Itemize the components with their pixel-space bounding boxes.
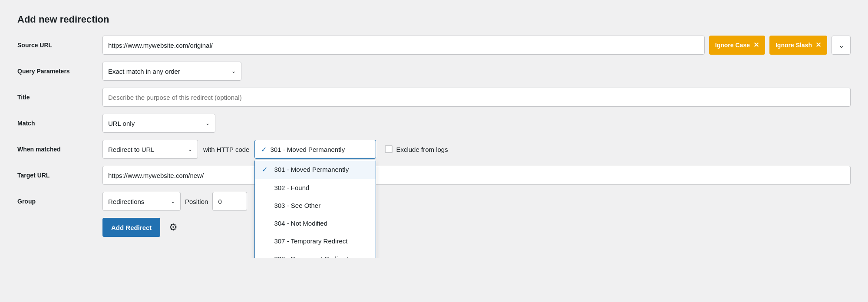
position-input[interactable] [212, 192, 247, 211]
when-matched-selected: Redirect to URL [108, 146, 155, 153]
group-row: Group Redirections ⌄ Position [17, 192, 851, 211]
option-label-307: 307 - Temporary Redirect [274, 237, 347, 245]
source-url-input[interactable] [102, 36, 705, 55]
gear-icon: ⚙ [169, 222, 178, 233]
query-parameters-select[interactable]: Exact match in any order ⌄ [102, 62, 241, 81]
ignore-slash-remove-btn[interactable]: ✕ [815, 42, 821, 49]
with-http-code-label: with HTTP code [203, 146, 249, 153]
option-label-308: 308 - Permanent Redirect [274, 255, 349, 258]
ignore-case-remove-btn[interactable]: ✕ [753, 42, 759, 49]
http-code-option-307[interactable]: 307 - Temporary Redirect [255, 232, 376, 250]
ignore-slash-badge: Ignore Slash ✕ [769, 36, 827, 55]
exclude-logs-label: Exclude from logs [396, 146, 448, 153]
source-url-label: Source URL [17, 42, 96, 49]
query-parameters-row: Query Parameters Exact match in any orde… [17, 62, 851, 81]
query-parameters-control-wrap: Exact match in any order ⌄ [102, 62, 851, 81]
when-matched-row: When matched Redirect to URL ⌄ with HTTP… [17, 140, 851, 159]
http-code-option-302[interactable]: 302 - Found [255, 179, 376, 197]
source-url-row: Source URL Ignore Case ✕ Ignore Slash ✕ … [17, 36, 851, 55]
option-label-301: 301 - Moved Permanently [274, 166, 349, 173]
group-select[interactable]: Redirections ⌄ [102, 192, 181, 211]
source-url-chevron-btn[interactable]: ⌄ [832, 36, 851, 55]
group-control-wrap: Redirections ⌄ Position [102, 192, 851, 211]
add-redirection-form: Add new redirection Source URL Ignore Ca… [17, 14, 851, 237]
exclude-logs-wrap: Exclude from logs [385, 145, 448, 153]
query-parameters-label: Query Parameters [17, 68, 96, 75]
match-chevron-icon: ⌄ [205, 120, 210, 126]
http-code-option-301[interactable]: ✓ 301 - Moved Permanently [255, 160, 376, 179]
title-row: Title [17, 88, 851, 107]
option-label-302: 302 - Found [274, 184, 309, 191]
target-url-row: Target URL [17, 166, 851, 185]
when-matched-select[interactable]: Redirect to URL ⌄ [102, 140, 198, 159]
query-parameters-selected: Exact match in any order [108, 68, 180, 75]
group-selected: Redirections [108, 198, 144, 205]
http-code-dropdown: ✓ 301 - Moved Permanently ✓ 301 - Moved … [254, 140, 376, 159]
http-code-trigger[interactable]: ✓ 301 - Moved Permanently [254, 140, 376, 159]
when-matched-chevron-icon: ⌄ [188, 146, 192, 152]
when-matched-control-wrap: Redirect to URL ⌄ with HTTP code ✓ 301 -… [102, 140, 851, 159]
match-label: Match [17, 120, 96, 127]
http-code-option-308[interactable]: 308 - Permanent Redirect [255, 250, 376, 258]
ignore-slash-label: Ignore Slash [776, 42, 812, 49]
match-selected: URL only [108, 120, 135, 127]
option-label-303: 303 - See Other [274, 202, 320, 209]
title-input[interactable] [102, 88, 851, 107]
when-matched-label: When matched [17, 146, 96, 153]
http-code-check-icon: ✓ [261, 145, 267, 154]
http-code-menu: ✓ 301 - Moved Permanently 302 - Found 30… [254, 160, 376, 258]
match-control-wrap: URL only ⌄ [102, 114, 851, 133]
chevron-down-icon: ⌄ [838, 41, 844, 49]
target-url-input[interactable] [102, 166, 851, 185]
target-url-label: Target URL [17, 172, 96, 179]
http-code-option-304[interactable]: 304 - Not Modified [255, 214, 376, 232]
option-label-304: 304 - Not Modified [274, 220, 327, 227]
page-title: Add new redirection [17, 14, 851, 25]
actions-control-wrap: Add Redirect ⚙ [102, 218, 851, 237]
http-code-option-303[interactable]: 303 - See Other [255, 197, 376, 214]
actions-row: Add Redirect ⚙ [17, 218, 851, 237]
group-label: Group [17, 198, 96, 205]
title-control-wrap [102, 88, 851, 107]
match-select[interactable]: URL only ⌄ [102, 114, 215, 133]
settings-gear-button[interactable]: ⚙ [165, 219, 182, 236]
http-code-selected: 301 - Moved Permanently [270, 146, 345, 153]
position-label: Position [185, 198, 208, 205]
option-check-icon-301: ✓ [262, 165, 271, 174]
ignore-case-label: Ignore Case [715, 42, 750, 49]
target-url-control-wrap [102, 166, 851, 185]
match-row: Match URL only ⌄ [17, 114, 851, 133]
query-parameters-chevron-icon: ⌄ [231, 68, 236, 74]
exclude-logs-checkbox[interactable] [385, 145, 393, 153]
group-chevron-icon: ⌄ [171, 198, 175, 204]
source-url-control-wrap: Ignore Case ✕ Ignore Slash ✕ ⌄ [102, 36, 851, 55]
add-redirect-button[interactable]: Add Redirect [102, 218, 160, 237]
title-label: Title [17, 94, 96, 101]
ignore-case-badge: Ignore Case ✕ [709, 36, 765, 55]
